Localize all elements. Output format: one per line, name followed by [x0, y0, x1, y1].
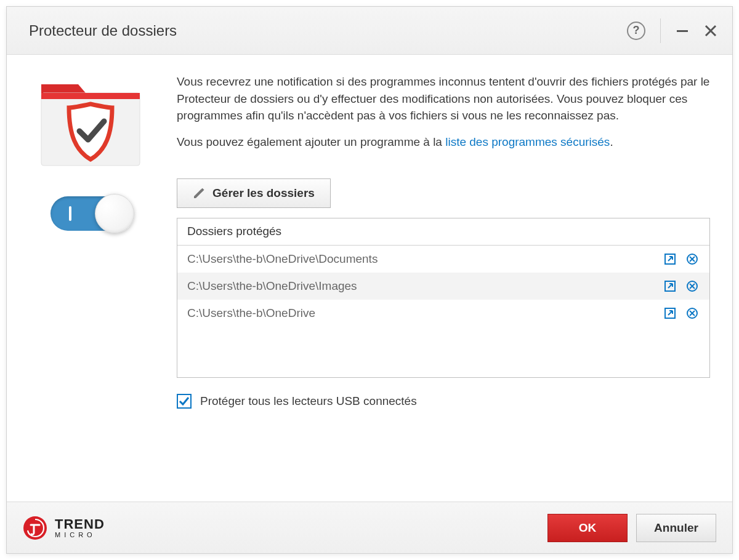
usb-protect-row: Protéger tous les lecteurs USB connectés: [177, 394, 710, 409]
usb-protect-label: Protéger tous les lecteurs USB connectés: [200, 394, 417, 408]
remove-folder-button[interactable]: [685, 252, 700, 266]
open-folder-button[interactable]: [663, 279, 677, 294]
brand: TREND MICRO: [23, 516, 539, 540]
folder-shield-icon: [35, 73, 146, 172]
open-external-icon: [664, 253, 676, 265]
usb-protect-checkbox[interactable]: [177, 394, 192, 409]
open-external-icon: [664, 307, 676, 319]
description2-prefix: Vous pouvez également ajouter un program…: [177, 135, 445, 148]
window-controls: ?: [627, 18, 717, 43]
right-column: Vous recevrez une notification si des pr…: [177, 73, 710, 495]
manage-folders-label: Gérer les dossiers: [212, 186, 315, 200]
open-external-icon: [664, 280, 676, 292]
separator: [660, 18, 661, 43]
dialog-body: Vous recevrez une notification si des pr…: [7, 55, 732, 502]
left-column: [29, 73, 152, 495]
ok-button[interactable]: OK: [547, 514, 628, 542]
protected-folders-list: Dossiers protégés C:\Users\the-b\OneDriv…: [177, 218, 710, 378]
dialog-footer: TREND MICRO OK Annuler: [7, 502, 732, 553]
checkmark-icon: [179, 396, 190, 407]
cancel-label: Annuler: [654, 521, 698, 535]
manage-folders-button[interactable]: Gérer les dossiers: [177, 178, 331, 208]
titlebar: Protecteur de dossiers ?: [7, 7, 732, 55]
folder-path: C:\Users\the-b\OneDrive: [187, 306, 655, 320]
remove-icon: [686, 280, 698, 292]
svg-rect-0: [677, 30, 688, 32]
list-row: C:\Users\the-b\OneDrive\Documents: [177, 246, 709, 273]
toggle-on-indicator: [69, 206, 71, 221]
list-row: C:\Users\the-b\OneDrive\Images: [177, 273, 709, 300]
toggle-knob: [95, 194, 134, 233]
remove-folder-button[interactable]: [685, 279, 700, 294]
safe-programs-link[interactable]: liste des programmes sécurisés: [445, 135, 610, 148]
enable-toggle[interactable]: [50, 196, 131, 231]
brand-bottom: MICRO: [55, 532, 105, 538]
dialog-window: Protecteur de dossiers ?: [6, 6, 733, 554]
description-secondary: Vous pouvez également ajouter un program…: [177, 135, 710, 149]
open-folder-button[interactable]: [663, 306, 677, 321]
folder-path: C:\Users\the-b\OneDrive\Documents: [187, 252, 655, 266]
close-button[interactable]: [704, 24, 717, 38]
window-title: Protecteur de dossiers: [29, 22, 627, 39]
folder-path: C:\Users\the-b\OneDrive\Images: [187, 279, 655, 293]
minimize-icon: [676, 24, 689, 38]
open-folder-button[interactable]: [663, 252, 677, 266]
remove-folder-button[interactable]: [685, 306, 700, 321]
ok-label: OK: [579, 521, 597, 535]
list-row: C:\Users\the-b\OneDrive: [177, 300, 709, 327]
cancel-button[interactable]: Annuler: [636, 514, 716, 542]
minimize-button[interactable]: [676, 24, 689, 38]
list-header: Dossiers protégés: [177, 218, 709, 246]
brand-text: TREND MICRO: [55, 518, 105, 538]
help-button[interactable]: ?: [627, 22, 645, 40]
close-icon: [704, 24, 717, 38]
description-text: Vous recevrez une notification si des pr…: [177, 73, 710, 124]
brand-logo-icon: [23, 516, 47, 540]
help-icon: ?: [633, 24, 640, 37]
remove-icon: [686, 253, 698, 265]
pencil-icon: [193, 187, 205, 199]
remove-icon: [686, 307, 698, 319]
svg-rect-2: [41, 93, 140, 99]
brand-top: TREND: [55, 518, 105, 531]
description2-suffix: .: [610, 135, 613, 148]
